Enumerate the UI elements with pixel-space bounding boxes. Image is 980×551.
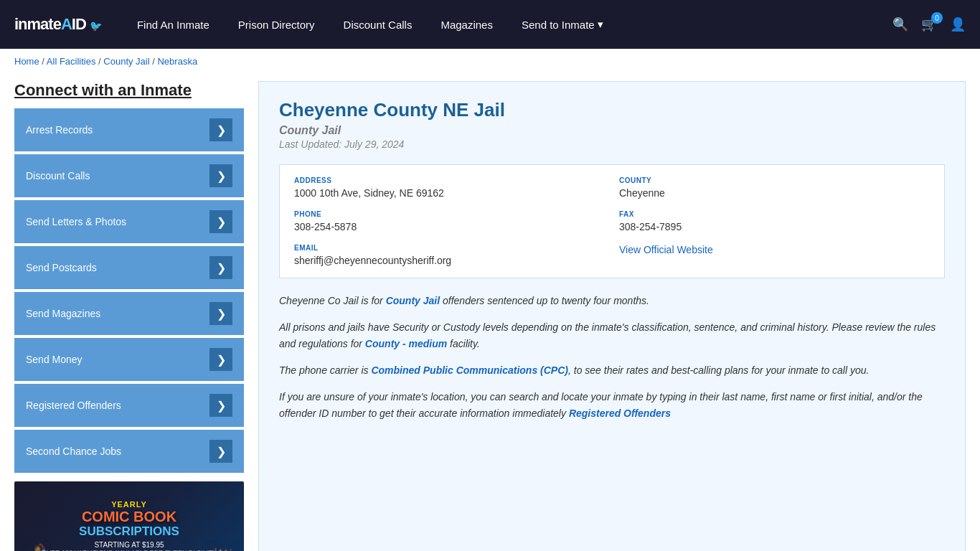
sidebar-btn-second-chance-jobs[interactable]: Second Chance Jobs ❯ — [14, 430, 244, 473]
fax-value: 308-254-7895 — [619, 221, 930, 232]
ad-banner[interactable]: 🦸 YEARLY COMIC BOOK SUBSCRIPTIONS STARTI… — [14, 481, 244, 551]
breadcrumb-county-jail[interactable]: County Jail — [103, 56, 149, 67]
sidebar-btn-discount-calls[interactable]: Discount Calls ❯ — [14, 154, 244, 197]
sidebar: Connect with an Inmate Arrest Records ❯ … — [14, 81, 244, 551]
address-label: ADDRESS — [294, 176, 605, 184]
breadcrumb-all-facilities[interactable]: All Facilities — [47, 56, 96, 67]
sidebar-btn-send-magazines[interactable]: Send Magazines ❯ — [14, 292, 244, 335]
ad-text: YEARLY COMIC BOOK SUBSCRIPTIONS STARTING… — [34, 493, 224, 551]
sidebar-btn-send-money[interactable]: Send Money ❯ — [14, 338, 244, 381]
arrow-icon: ❯ — [209, 302, 232, 325]
fax-label: FAX — [619, 210, 930, 218]
phone-field: PHONE 308-254-5878 — [294, 210, 605, 232]
facility-updated: Last Updated: July 29, 2024 — [279, 138, 945, 150]
chevron-down-icon: ▾ — [598, 18, 603, 31]
view-official-website-link[interactable]: View Official Website — [619, 244, 713, 255]
sidebar-btn-send-letters[interactable]: Send Letters & Photos ❯ — [14, 200, 244, 243]
ad-price-label: STARTING AT $19.95 — [42, 541, 217, 549]
sidebar-btn-registered-offenders[interactable]: Registered Offenders ❯ — [14, 384, 244, 427]
nav-send-to-inmate[interactable]: Send to Inmate ▾ — [507, 2, 618, 47]
header-icons: 🔍 🛒 0 👤 — [892, 17, 966, 32]
nav-magazines[interactable]: Magazines — [426, 3, 507, 47]
address-value: 1000 10th Ave, Sidney, NE 69162 — [294, 187, 605, 199]
cart-badge: 0 — [931, 12, 943, 24]
arrow-icon: ❯ — [209, 210, 232, 233]
county-label: COUNTY — [619, 176, 930, 184]
description-paragraph-3: The phone carrier is Combined Public Com… — [279, 362, 945, 379]
ad-yearly-label: YEARLY — [42, 500, 217, 509]
facility-description: Cheyenne Co Jail is for County Jail offe… — [279, 293, 945, 423]
email-field: EMAIL sheriffj@cheyennecountysheriff.org — [294, 244, 605, 266]
email-label: EMAIL — [294, 244, 605, 252]
logo[interactable]: inmateAID 🐦 — [14, 15, 101, 34]
info-grid: ADDRESS 1000 10th Ave, Sidney, NE 69162 … — [279, 164, 945, 278]
facility-detail: Cheyenne County NE Jail County Jail Last… — [258, 81, 966, 551]
fax-field: FAX 308-254-7895 — [619, 210, 930, 232]
facility-type: County Jail — [279, 124, 945, 137]
website-field: View Official Website — [619, 244, 930, 266]
phone-label: PHONE — [294, 210, 605, 218]
description-paragraph-4: If you are unsure of your inmate's locat… — [279, 389, 945, 422]
phone-value: 308-254-5878 — [294, 221, 605, 232]
address-field: ADDRESS 1000 10th Ave, Sidney, NE 69162 — [294, 176, 605, 199]
logo-text: inmateAID 🐦 — [14, 15, 101, 34]
arrow-icon: ❯ — [209, 164, 232, 187]
county-value: Cheyenne — [619, 187, 930, 199]
search-icon[interactable]: 🔍 — [892, 17, 908, 32]
ad-sub-label: SUBSCRIPTIONS — [42, 524, 217, 539]
main-nav: Find An Inmate Prison Directory Discount… — [123, 2, 892, 47]
sidebar-title: Connect with an Inmate — [14, 81, 244, 100]
arrow-icon: ❯ — [209, 440, 232, 463]
nav-prison-directory[interactable]: Prison Directory — [224, 3, 329, 47]
county-field: COUNTY Cheyenne — [619, 176, 930, 199]
nav-discount-calls[interactable]: Discount Calls — [329, 3, 427, 47]
breadcrumb-nebraska[interactable]: Nebraska — [157, 56, 197, 67]
arrow-icon: ❯ — [209, 118, 232, 141]
sidebar-btn-arrest-records[interactable]: Arrest Records ❯ — [14, 108, 244, 151]
email-value: sheriffj@cheyennecountysheriff.org — [294, 255, 605, 266]
arrow-icon: ❯ — [209, 348, 232, 371]
description-paragraph-1: Cheyenne Co Jail is for County Jail offe… — [279, 293, 945, 309]
county-medium-link[interactable]: County - medium — [365, 338, 447, 349]
arrow-icon: ❯ — [209, 394, 232, 417]
cart-icon[interactable]: 🛒 0 — [921, 17, 937, 32]
main-content: Connect with an Inmate Arrest Records ❯ … — [0, 74, 980, 551]
arrow-icon: ❯ — [209, 256, 232, 279]
cpc-link[interactable]: Combined Public Communications (CPC) — [371, 364, 568, 376]
county-jail-link[interactable]: County Jail — [386, 295, 440, 306]
breadcrumb-home[interactable]: Home — [14, 56, 39, 67]
main-header: inmateAID 🐦 Find An Inmate Prison Direct… — [0, 0, 980, 49]
user-icon[interactable]: 👤 — [950, 17, 966, 32]
registered-offenders-link[interactable]: Registered Offenders — [569, 408, 671, 419]
sidebar-btn-send-postcards[interactable]: Send Postcards ❯ — [14, 246, 244, 289]
description-paragraph-2: All prisons and jails have Security or C… — [279, 319, 945, 352]
nav-find-inmate[interactable]: Find An Inmate — [123, 3, 224, 47]
breadcrumb: Home / All Facilities / County Jail / Ne… — [0, 49, 980, 74]
ad-comic-label: COMIC BOOK — [42, 509, 217, 524]
facility-name: Cheyenne County NE Jail — [279, 99, 945, 121]
